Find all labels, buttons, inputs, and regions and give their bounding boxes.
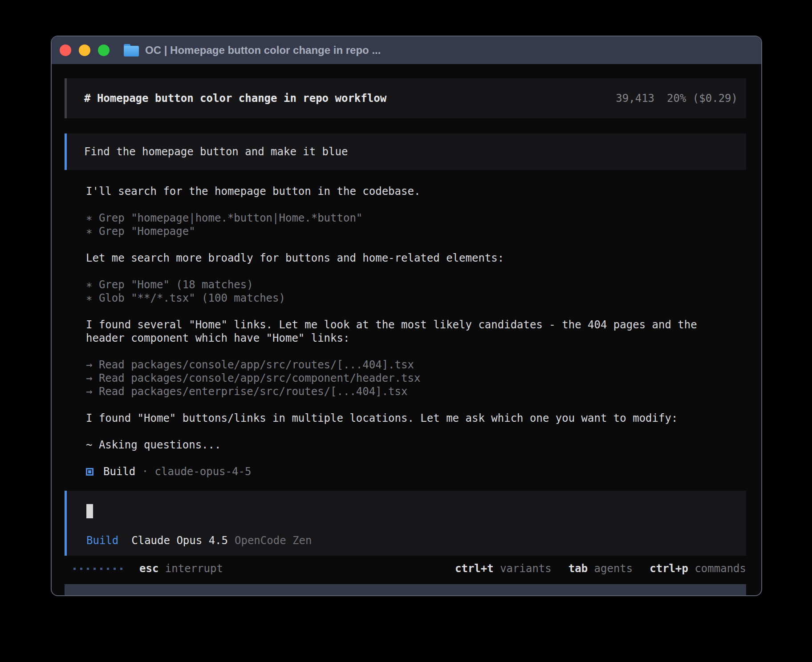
session-stats: 39,413 20% ($0.29) <box>616 92 738 105</box>
model-provider: OpenCode Zen <box>235 534 312 547</box>
shortcut-hints: ctrl+t variantstab agentsctrl+p commands <box>455 562 746 575</box>
folder-icon <box>124 44 139 57</box>
assistant-text-line: header component which have "Home" links… <box>86 331 746 345</box>
blank-line <box>86 452 746 465</box>
agent-model: · claude-opus-4-5 <box>135 465 251 478</box>
terminal-window: OC | Homepage button color change in rep… <box>51 36 762 596</box>
shortcut-hint: tab agents <box>568 562 633 575</box>
esc-key-label <box>158 562 165 575</box>
traffic-lights <box>60 44 110 56</box>
token-count: 39,413 <box>616 92 654 105</box>
user-message-text: Find the homepage button and make it blu… <box>84 145 348 158</box>
blank-line <box>86 425 746 438</box>
user-message: Find the homepage button and make it blu… <box>65 133 746 170</box>
tool-call-line: ∗ Grep "Home" (18 matches) <box>86 278 746 291</box>
assistant-text-line: ~ Asking questions... <box>86 438 746 452</box>
blank-line <box>86 265 746 278</box>
session-header: # Homepage button color change in repo w… <box>65 78 746 118</box>
agent-square-icon <box>86 468 93 476</box>
blank-line <box>86 198 746 211</box>
tool-call-line: → Read packages/console/app/src/componen… <box>86 371 746 385</box>
tool-call-line: ∗ Grep "homepage|home.*button|Home.*butt… <box>86 211 746 225</box>
window-bottom-frame <box>65 584 746 595</box>
shortcut-hint: ctrl+t variants <box>455 562 552 575</box>
tool-call-line: ∗ Glob "**/*.tsx" (100 matches) <box>86 291 746 305</box>
assistant-text-line: I found several "Home" links. Let me loo… <box>86 318 746 331</box>
blank-line <box>86 238 746 251</box>
text-cursor <box>86 504 93 518</box>
blank-line <box>86 345 746 358</box>
model-selector[interactable]: Build Claude Opus 4.5 OpenCode Zen <box>86 534 733 547</box>
window-titlebar[interactable]: OC | Homepage button color change in rep… <box>52 36 761 64</box>
zoom-button[interactable] <box>98 44 110 56</box>
terminal-content: # Homepage button color change in repo w… <box>52 64 761 595</box>
context-usage: 20% ($0.29) <box>667 92 738 105</box>
tool-call-line: → Read packages/enterprise/src/routes/[.… <box>86 385 746 398</box>
prompt-input[interactable]: Build Claude Opus 4.5 OpenCode Zen <box>65 491 746 556</box>
assistant-text-line: I'll search for the homepage button in t… <box>86 185 746 198</box>
spinner-dots-icon <box>73 568 122 570</box>
window-title: OC | Homepage button color change in rep… <box>145 44 381 57</box>
assistant-text-line: I found "Home" buttons/links in multiple… <box>86 412 746 425</box>
close-button[interactable] <box>60 44 71 56</box>
agent-mode[interactable]: Build <box>86 534 118 547</box>
interrupt-label: interrupt <box>165 562 223 575</box>
esc-key-hint: esc <box>139 562 158 575</box>
minimize-button[interactable] <box>79 44 90 56</box>
blank-line <box>86 305 746 318</box>
session-title: # Homepage button color change in repo w… <box>84 92 616 105</box>
status-bar: esc interrupt ctrl+t variantstab agentsc… <box>65 562 746 575</box>
tool-call-line: → Read packages/console/app/src/routes/[… <box>86 358 746 371</box>
agent-status-line: Build · claude-opus-4-5 <box>86 465 746 478</box>
tool-call-line: ∗ Grep "Homepage" <box>86 225 746 238</box>
blank-line <box>86 398 746 412</box>
shortcut-hint: ctrl+p commands <box>650 562 746 575</box>
agent-name: Build <box>103 465 135 478</box>
model-name[interactable]: Claude Opus 4.5 <box>131 534 228 547</box>
conversation: I'll search for the homepage button in t… <box>65 185 746 478</box>
assistant-text-line: Let me search more broadly for buttons a… <box>86 251 746 265</box>
